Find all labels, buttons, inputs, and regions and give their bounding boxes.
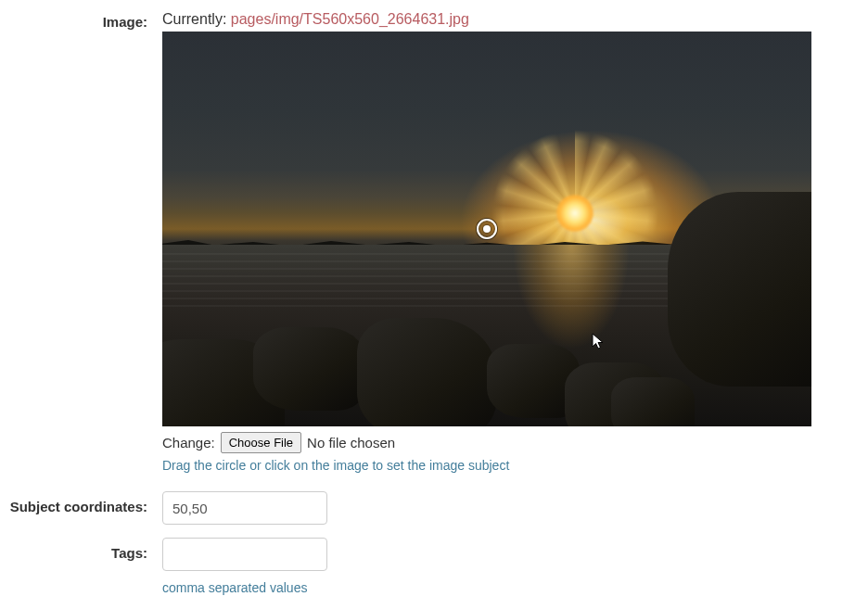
subject-target-handle[interactable] (477, 219, 497, 239)
tags-help-text: comma separated values (162, 580, 812, 595)
image-help-text: Drag the circle or click on the image to… (162, 458, 812, 473)
choose-file-button[interactable]: Choose File (221, 432, 301, 453)
change-label: Change: (162, 435, 215, 450)
tags-label: Tags: (111, 545, 147, 561)
no-file-text: No file chosen (307, 435, 395, 450)
tags-input[interactable] (162, 538, 327, 571)
subject-coordinates-label: Subject coordinates: (10, 499, 147, 514)
currently-line: Currently: pages/img/TS560x560_2664631.j… (162, 11, 812, 28)
subject-coordinates-input[interactable] (162, 491, 327, 525)
image-label: Image: (103, 14, 147, 30)
current-image-link[interactable]: pages/img/TS560x560_2664631.jpg (231, 11, 469, 27)
image-preview[interactable] (162, 32, 811, 426)
currently-prefix: Currently: (162, 11, 231, 27)
